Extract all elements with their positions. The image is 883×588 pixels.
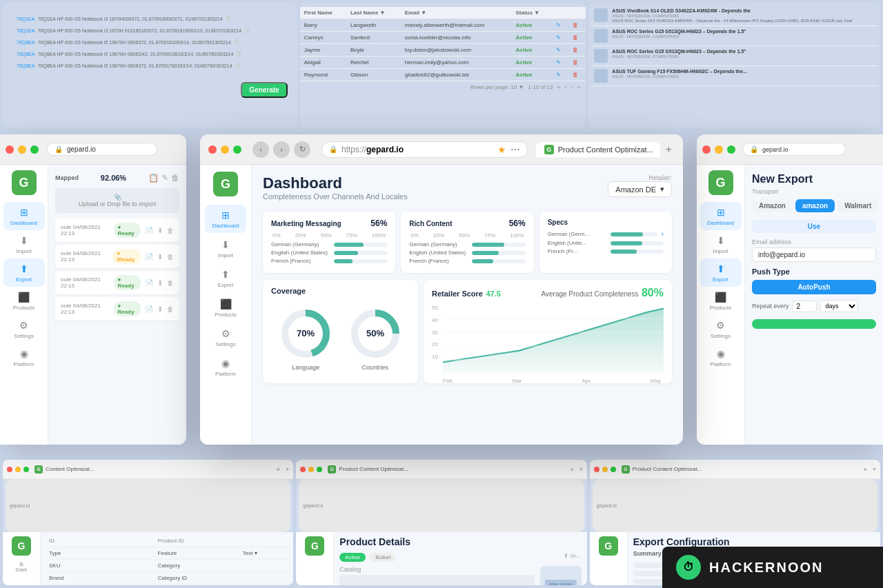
list-item[interactable]: French (Fr... [548, 248, 664, 254]
address-bar[interactable]: 🔒 gepard.io [47, 143, 157, 156]
list-item: German (Germany) [409, 241, 525, 247]
sidebar-item-export[interactable]: ⬆ Export [205, 264, 246, 292]
chevron-right-icon: › [662, 230, 664, 238]
table-row: Barry Langworth melody.altenwerth@hotmai… [300, 19, 586, 32]
minimize-window-button[interactable] [715, 145, 723, 154]
forward-button[interactable]: › [273, 141, 290, 158]
gepard-logo: G [305, 536, 324, 556]
close-window-button[interactable] [702, 145, 711, 154]
list-item[interactable]: English (Unite... [548, 240, 664, 246]
tab-favicon: G [622, 465, 630, 474]
new-export-title: New Export [752, 173, 876, 185]
avg-label: Average Product Completeness [542, 290, 639, 298]
page-subtitle: Completeness Over Channels And Locales [263, 192, 408, 201]
sidebar-item-import[interactable]: ⬇ Import [205, 234, 246, 263]
active-status-tab[interactable]: Active [339, 553, 366, 562]
sidebar-item-import[interactable]: ⬇ Import [3, 230, 45, 258]
sidebar-item-export[interactable]: ⬆ Export [3, 258, 45, 287]
more-options-button[interactable]: ⋯ [510, 144, 520, 155]
use-button[interactable]: Use [752, 220, 876, 233]
generate-button[interactable]: Generate [241, 82, 287, 98]
import-icon: ⬇ [18, 234, 30, 247]
mini-address-bar[interactable]: gepard.io [6, 479, 290, 532]
address-bar[interactable]: 🔒 gepard.io [742, 143, 846, 156]
product-image [540, 566, 582, 585]
address-bar[interactable]: 🔒 https://gepard.io ★ ⋯ [321, 141, 528, 158]
marketing-messaging-card: Marketing Messaging 56% 0%25%50%75%100% … [263, 212, 395, 273]
coverage-card: Coverage 70% Language [263, 280, 418, 383]
countries-label: Countries [361, 364, 388, 371]
list-item[interactable]: 76Q8EA 76Q8EA HP 600 G5 Notebook i5 1987… [14, 37, 286, 47]
sidebar-item-import[interactable]: ⬇ Import [700, 230, 742, 258]
dashboard-icon: ⊞ [219, 209, 232, 221]
sidebar-item-export[interactable]: ⬆ Export [700, 258, 742, 287]
list-item[interactable]: 76Q1EA 76Q1EA HP 600 G5 Notebook i3 1870… [14, 14, 286, 23]
sidebar-item-products[interactable]: ⬛ Products [3, 287, 45, 315]
bookmark-button[interactable]: ★ [497, 144, 506, 155]
list-item: French (France) [409, 258, 525, 264]
transport-options: Amazon amazon Walmart [752, 199, 876, 212]
email-input[interactable]: info@gepard.io [752, 247, 876, 262]
card-title: Marketing Messaging [271, 220, 341, 227]
settings-icon: ⚙ [219, 327, 232, 340]
maximize-window-button[interactable] [727, 145, 735, 154]
ssl-lock-icon: 🔒 [750, 145, 758, 153]
maximize-window-button[interactable] [30, 145, 39, 154]
sidebar-item-settings[interactable]: ⚙ Settings [700, 315, 742, 343]
mini-address-bar[interactable]: gepard.io [299, 479, 584, 532]
minimize-window-button[interactable] [221, 145, 229, 154]
repeat-value-input[interactable] [792, 301, 817, 312]
amazon-transport-button[interactable]: Amazon [752, 199, 793, 212]
col-status: Status ▼ [511, 7, 552, 19]
list-item[interactable]: 76Q8EA 76Q8EA HP 600 G5 Notebook i5 1987… [14, 61, 286, 70]
users-table: First Name Last Name ▼ Email ▼ Status ▼ … [300, 7, 586, 81]
maximize-window-button[interactable] [233, 145, 241, 154]
sidebar-item-dashboard[interactable]: ⊞ Dashboard [205, 205, 246, 233]
minimize-window-button[interactable] [18, 145, 26, 154]
back-button[interactable]: ‹ [252, 141, 269, 158]
run-button[interactable] [752, 319, 876, 329]
import-icon: ⬇ [219, 239, 232, 251]
sidebar-item-platform[interactable]: ◉ Platform [205, 353, 246, 381]
list-item: French (France) [271, 258, 387, 264]
repeat-unit-select[interactable]: days hours weeks [820, 300, 858, 312]
sidebar-item-products[interactable]: ⬛ Products [700, 287, 742, 315]
amazon-active-transport-button[interactable]: amazon [795, 199, 835, 212]
bulk-status-tab[interactable]: Bulket [370, 553, 396, 562]
export-icon: ⬆ [18, 263, 30, 275]
sidebar-item-settings[interactable]: ⚙ Settings [3, 315, 45, 343]
new-tab-button[interactable]: + [663, 143, 675, 156]
sidebar-item-platform[interactable]: ◉ Platform [3, 343, 45, 372]
tab-label: Product Content Optimizat... [558, 145, 653, 154]
close-window-button[interactable] [6, 145, 14, 154]
active-browser-tab[interactable]: G Product Content Optimizat... × [536, 142, 660, 157]
walmart-transport-button[interactable]: Walmart [837, 199, 878, 212]
list-item[interactable]: 76Q1EA 76Q1EA HP 600 G5 Notebook i3 1870… [14, 26, 286, 35]
reload-button[interactable]: ↻ [294, 141, 310, 158]
mini-address-bar[interactable]: gepard.io [593, 479, 877, 532]
upload-icon: 📎 [114, 194, 121, 201]
close-window-button[interactable] [208, 145, 217, 154]
col-last-name: Last Name ▼ [346, 7, 401, 19]
metrics-row: Marketing Messaging 56% 0%25%50%75%100% … [263, 212, 672, 273]
sidebar-item-platform[interactable]: ◉ Platform [700, 343, 742, 372]
status-badge: ● Ready [114, 301, 141, 316]
sidebar-item-settings[interactable]: ⚙ Settings [205, 323, 246, 352]
drop-zone[interactable]: 📎 Upload or Drop file to import [55, 188, 179, 213]
retailer-selector[interactable]: Amazon DE ▾ [608, 181, 672, 197]
card-title: Specs [548, 219, 568, 226]
card-percent: 56% [509, 219, 526, 228]
sidebar-item-dashboard[interactable]: ⊞ Dashboard [700, 202, 742, 230]
share-button[interactable]: ⬆ Sh... [564, 553, 582, 562]
list-item[interactable]: 76Q8EA 76Q8EA HP 600 G5 Notebook i5 1987… [14, 49, 286, 59]
sidebar-item-products[interactable]: ⬛ Products [205, 294, 246, 322]
list-item[interactable]: German (Germ... › [548, 230, 664, 238]
gepard-main-content: Dashboard Completeness Over Channels And… [252, 165, 683, 445]
hackernoon-text: HACKERNOON [709, 560, 824, 576]
gepard-sidebar: G ⊞ Dashboard ⬇ Import ⬆ Export ⬛ Produc… [200, 165, 252, 445]
sidebar-item-dashboard[interactable]: ⊞ Dashboard [3, 202, 45, 230]
language-label: Language [292, 364, 319, 371]
autopush-button[interactable]: AutoPush [752, 280, 876, 294]
sidebar-item-dashboard[interactable]: ⊞Dash [14, 560, 28, 574]
retailer-label: Retailer: [608, 174, 672, 181]
